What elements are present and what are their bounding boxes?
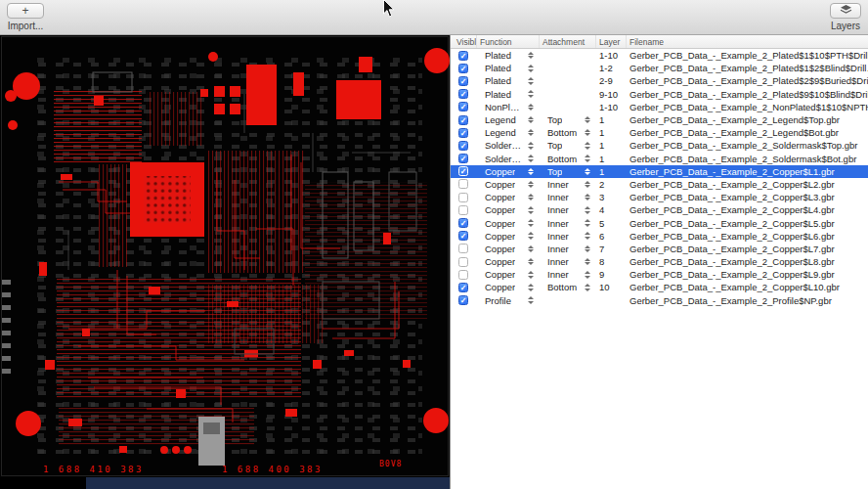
attachment-dropdown-stepper[interactable] — [584, 231, 590, 242]
function-dropdown-stepper[interactable] — [527, 179, 534, 190]
function-dropdown-stepper[interactable] — [527, 154, 534, 164]
table-row[interactable]: Copper Inner 9 Gerber_PCB_Data_-_Example… — [451, 268, 868, 281]
attachment-dropdown-stepper[interactable] — [584, 154, 590, 164]
function-dropdown-stepper[interactable] — [527, 114, 534, 125]
attachment-dropdown-stepper[interactable] — [584, 114, 590, 125]
visible-checkbox[interactable]: ✓ — [458, 102, 468, 111]
function-dropdown-stepper[interactable] — [527, 218, 534, 229]
visible-checkbox[interactable]: ✓ — [458, 64, 468, 73]
function-dropdown-stepper[interactable] — [527, 204, 534, 215]
function-cell: Profile — [477, 294, 540, 307]
function-value: NonPlated — [485, 102, 524, 112]
visible-checkbox[interactable]: ✓ — [458, 128, 468, 138]
table-row[interactable]: ✓ NonPlated 1-10 Gerber_PCB_Data_-_Examp… — [451, 101, 868, 113]
filename-value: Gerber_PCB_Data_-_Example_2_Plated$2$9$B… — [627, 75, 868, 86]
attachment-dropdown-stepper[interactable] — [584, 282, 590, 292]
function-value: Plated — [485, 63, 511, 73]
attachment-dropdown-stepper[interactable] — [584, 192, 590, 202]
table-row[interactable]: Copper Inner 4 Gerber_PCB_Data_-_Example… — [451, 203, 868, 216]
table-row[interactable]: ✓ Plated 9-10 Gerber_PCB_Data_-_Example_… — [451, 88, 868, 101]
visible-checkbox[interactable]: ✓ — [458, 154, 468, 163]
function-dropdown-stepper[interactable] — [527, 75, 534, 86]
visible-cell: ✓ — [451, 76, 477, 86]
visible-checkbox[interactable]: ✓ — [458, 115, 468, 125]
function-dropdown-stepper[interactable] — [527, 192, 534, 202]
function-dropdown-stepper[interactable] — [527, 295, 534, 306]
visible-checkbox[interactable] — [458, 257, 468, 267]
visible-checkbox[interactable]: ✓ — [458, 166, 468, 176]
function-dropdown-stepper[interactable] — [527, 231, 534, 242]
table-row[interactable]: ✓ Plated 2-9 Gerber_PCB_Data_-_Example_2… — [451, 74, 868, 87]
function-dropdown-stepper[interactable] — [527, 244, 534, 254]
table-row[interactable]: ✓ Plated 1-10 Gerber_PCB_Data_-_Example_… — [451, 49, 868, 62]
attachment-dropdown-stepper[interactable] — [584, 204, 590, 215]
visible-checkbox[interactable] — [458, 193, 468, 202]
import-button[interactable]: + — [7, 3, 44, 19]
function-cell: Copper — [477, 268, 540, 281]
visible-checkbox[interactable] — [458, 179, 468, 189]
table-row[interactable]: ✓ Soldermask Top 1 Gerber_PCB_Data_-_Exa… — [451, 139, 868, 152]
table-row[interactable]: ✓ Copper Inner 6 Gerber_PCB_Data_-_Examp… — [451, 230, 868, 243]
table-row[interactable]: ✓ Legend Bottom 1 Gerber_PCB_Data_-_Exam… — [451, 126, 868, 139]
visible-checkbox[interactable]: ✓ — [458, 218, 468, 228]
function-dropdown-stepper[interactable] — [527, 140, 534, 151]
attachment-dropdown-stepper[interactable] — [584, 256, 590, 267]
visible-checkbox[interactable]: ✓ — [458, 295, 468, 305]
column-header-filename[interactable]: Filename — [627, 35, 868, 48]
attachment-dropdown-stepper[interactable] — [584, 140, 590, 151]
column-header-function[interactable]: Function — [477, 35, 540, 48]
function-dropdown-stepper[interactable] — [527, 269, 534, 280]
bottom-strip — [0, 477, 450, 489]
table-row[interactable]: ✓ Copper Inner 5 Gerber_PCB_Data_-_Examp… — [451, 216, 868, 229]
column-header-visible[interactable]: Visible — [451, 35, 477, 48]
function-dropdown-stepper[interactable] — [527, 63, 534, 73]
chevron-up-icon — [528, 142, 534, 145]
function-value: Plated — [485, 50, 511, 61]
function-value: Legend — [485, 127, 516, 138]
column-header-attachment[interactable]: Attachment — [540, 35, 596, 48]
visible-checkbox[interactable]: ✓ — [458, 76, 468, 86]
table-row[interactable]: Copper Inner 3 Gerber_PCB_Data_-_Example… — [451, 191, 868, 203]
attachment-dropdown-stepper[interactable] — [584, 166, 590, 177]
visible-checkbox[interactable]: ✓ — [458, 231, 468, 241]
attachment-dropdown-stepper[interactable] — [584, 127, 590, 138]
attachment-cell: Inner — [540, 268, 596, 281]
function-dropdown-stepper[interactable] — [527, 166, 534, 177]
visible-checkbox[interactable] — [458, 244, 468, 253]
function-dropdown-stepper[interactable] — [527, 102, 534, 112]
chevron-up-icon — [585, 258, 590, 261]
attachment-dropdown-stepper[interactable] — [584, 244, 590, 254]
function-dropdown-stepper[interactable] — [527, 50, 534, 61]
table-row[interactable]: ✓ Soldermask Bottom 1 Gerber_PCB_Data_-_… — [451, 153, 868, 165]
table-row[interactable]: Copper Inner 7 Gerber_PCB_Data_-_Example… — [451, 243, 868, 255]
function-dropdown-stepper[interactable] — [527, 127, 534, 138]
table-row[interactable]: Copper Inner 8 Gerber_PCB_Data_-_Example… — [451, 255, 868, 268]
table-row[interactable]: Copper Inner 2 Gerber_PCB_Data_-_Example… — [451, 178, 868, 191]
visible-checkbox[interactable] — [458, 270, 468, 280]
attachment-dropdown-stepper[interactable] — [584, 269, 590, 280]
chevron-up-icon — [585, 232, 590, 235]
table-row[interactable]: ✓ Legend Top 1 Gerber_PCB_Data_-_Example… — [451, 113, 868, 126]
filename-value: Gerber_PCB_Data_-_Example_2_Copper$L4.gb… — [627, 204, 868, 215]
chevron-down-icon — [585, 120, 590, 123]
visible-checkbox[interactable]: ✓ — [458, 51, 468, 61]
table-row[interactable]: ✓ Copper Top 1 Gerber_PCB_Data_-_Example… — [451, 165, 868, 178]
attachment-dropdown-stepper[interactable] — [584, 179, 590, 190]
chevron-down-icon — [528, 276, 534, 279]
table-row[interactable]: ✓ Plated 1-2 Gerber_PCB_Data_-_Example_2… — [451, 62, 868, 74]
pcb-view[interactable]: 1 688 410 383 1 688 400 383 B0V8 — [0, 35, 450, 477]
visible-checkbox[interactable] — [458, 205, 468, 215]
function-dropdown-stepper[interactable] — [527, 89, 534, 100]
visible-checkbox[interactable]: ✓ — [458, 283, 468, 292]
visible-checkbox[interactable]: ✓ — [458, 141, 468, 151]
table-row[interactable]: ✓ Copper Bottom 10 Gerber_PCB_Data_-_Exa… — [451, 281, 868, 293]
function-dropdown-stepper[interactable] — [527, 256, 534, 267]
chevron-up-icon — [528, 271, 534, 274]
layers-button[interactable] — [830, 3, 861, 19]
column-header-layer[interactable]: Layer — [596, 35, 627, 48]
chevron-down-icon — [585, 147, 590, 150]
function-dropdown-stepper[interactable] — [527, 282, 534, 292]
visible-checkbox[interactable]: ✓ — [458, 89, 468, 99]
table-row[interactable]: ✓ Profile Gerber_PCB_Data_-_Example_2_Pr… — [451, 294, 868, 307]
attachment-dropdown-stepper[interactable] — [584, 218, 590, 229]
